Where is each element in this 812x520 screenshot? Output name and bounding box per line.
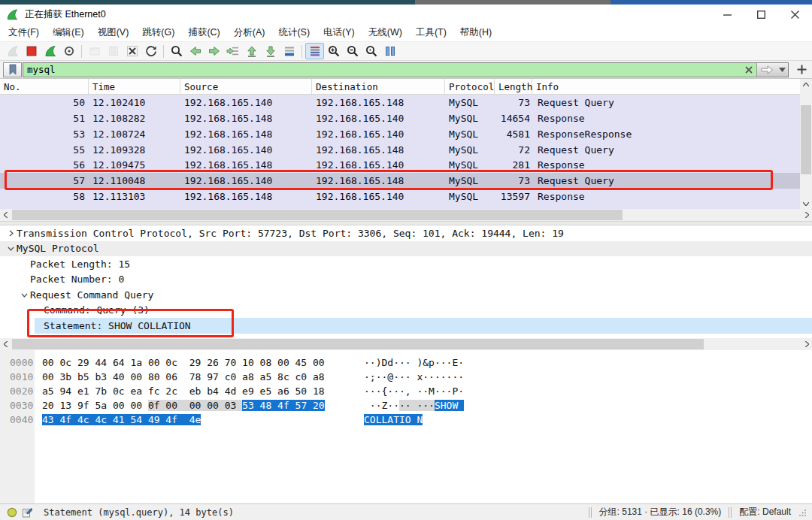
packet-row[interactable]: 5512.109328192.168.165.140192.168.165.14…	[0, 142, 800, 158]
packet-list-vertical-scrollbar[interactable]	[800, 79, 812, 209]
scroll-down-icon[interactable]	[800, 198, 812, 209]
menu-item[interactable]: 分析(A)	[227, 23, 272, 42]
horizontal-scroll-thumb[interactable]	[12, 210, 623, 220]
menu-item[interactable]: 工具(T)	[409, 23, 453, 42]
filter-dropdown-caret[interactable]	[777, 63, 788, 77]
hex-row[interactable]: 0020a5 94 e1 7b 0c ea fc 2c eb b4 4d e9 …	[0, 384, 812, 398]
expert-info-icon[interactable]	[5, 507, 20, 518]
detail-row[interactable]: Request Command Query	[0, 287, 812, 303]
zoom-original-button[interactable]	[362, 43, 380, 59]
vertical-scroll-thumb[interactable]	[801, 105, 811, 174]
detail-row[interactable]: Packet Number: 0	[0, 272, 812, 288]
expander-icon[interactable]	[5, 230, 17, 237]
go-last-button[interactable]	[261, 43, 280, 59]
hex-row[interactable]: 000000 0c 29 44 64 1a 00 0c 29 26 70 10 …	[0, 355, 812, 370]
hex-bytes[interactable]: a5 94 e1 7b 0c ea fc 2c eb b4 4d e9 e5 a…	[42, 385, 334, 397]
hex-ascii[interactable]: ·;··@··· x·······	[364, 371, 464, 382]
column-header-info[interactable]: Info	[532, 79, 800, 94]
colorize-button[interactable]	[305, 43, 324, 59]
hex-bytes[interactable]: 43 4f 4c 4c 41 54 49 4f 4e	[42, 414, 334, 425]
capture-comment-icon[interactable]	[20, 507, 35, 518]
packet-row[interactable]: 5812.113103192.168.165.148192.168.165.14…	[0, 189, 800, 204]
column-header-protocol[interactable]: Protocol	[445, 79, 495, 94]
go-back-button[interactable]	[186, 43, 205, 59]
packet-row[interactable]: 5112.108282192.168.165.148192.168.165.14…	[0, 110, 800, 126]
hex-ascii[interactable]: ··)Dd··· )&p···E·	[364, 357, 464, 368]
close-button[interactable]	[778, 5, 812, 24]
menu-item[interactable]: 帮助(H)	[453, 23, 498, 42]
restart-capture-button[interactable]	[41, 43, 59, 59]
hex-ascii[interactable]: ··Z···· ···SHOW	[364, 400, 464, 411]
filter-bookmark-button[interactable]	[3, 62, 22, 77]
resize-grip[interactable]	[797, 507, 807, 518]
menu-item[interactable]: 电话(Y)	[317, 23, 362, 42]
zoom-out-button[interactable]	[343, 43, 362, 59]
menu-item[interactable]: 跳转(G)	[135, 23, 181, 42]
hex-bytes[interactable]: 00 0c 29 44 64 1a 00 0c 29 26 70 10 08 0…	[42, 357, 334, 368]
column-header-no[interactable]: No.	[0, 79, 89, 94]
minimize-button[interactable]	[710, 5, 744, 24]
detail-row[interactable]: Command: Query (3)	[0, 303, 812, 319]
menu-item[interactable]: 捕获(C)	[181, 23, 226, 42]
column-header-time[interactable]: Time	[89, 79, 180, 94]
capture-options-button[interactable]	[59, 43, 78, 59]
details-horizontal-scrollbar[interactable]	[0, 338, 812, 350]
hex-row[interactable]: 004043 4f 4c 4c 41 54 49 4f 4eCOLLATIO N	[0, 413, 812, 427]
scroll-up-icon[interactable]	[800, 79, 812, 89]
find-packet-button[interactable]	[167, 43, 186, 59]
stop-capture-button[interactable]	[22, 43, 41, 59]
menu-item[interactable]: 文件(F)	[2, 23, 46, 42]
horizontal-scroll-thumb[interactable]	[12, 339, 704, 349]
maximize-button[interactable]	[744, 5, 778, 24]
go-to-packet-button[interactable]	[223, 43, 242, 59]
packet-list-horizontal-scrollbar[interactable]	[0, 209, 812, 221]
menu-item[interactable]: 编辑(E)	[46, 23, 91, 42]
scroll-left-icon[interactable]	[0, 338, 11, 350]
resize-columns-button[interactable]	[380, 43, 399, 59]
detail-row[interactable]: Transmission Control Protocol, Src Port:…	[0, 225, 812, 241]
menu-item[interactable]: 视图(V)	[91, 23, 136, 42]
hex-ascii[interactable]: COLLATIO N	[364, 414, 423, 425]
detail-row[interactable]: Statement: SHOW COLLATION	[0, 318, 812, 334]
packet-cell: 192.168.165.140	[180, 175, 312, 186]
detail-row[interactable]: Packet Length: 15	[0, 256, 812, 272]
close-file-button[interactable]	[123, 43, 141, 59]
expander-icon[interactable]	[18, 292, 30, 298]
packet-row[interactable]: 5712.110048192.168.165.140192.168.165.14…	[0, 173, 800, 189]
zoom-in-button[interactable]	[324, 43, 343, 59]
filter-apply-button[interactable]	[756, 63, 777, 77]
expander-icon[interactable]	[5, 245, 17, 252]
open-file-button[interactable]	[85, 43, 104, 59]
go-first-button[interactable]	[242, 43, 261, 59]
menu-item[interactable]: 统计(S)	[271, 23, 317, 42]
column-header-destination[interactable]: Destination	[312, 79, 445, 94]
hex-row[interactable]: 001000 3b b5 b3 40 00 80 06 78 97 c0 a8 …	[0, 370, 812, 384]
save-file-button[interactable]	[104, 43, 123, 59]
start-capture-button[interactable]	[3, 43, 22, 59]
filter-add-button[interactable]	[794, 62, 809, 77]
display-filter-input[interactable]: mysql	[23, 62, 789, 77]
scroll-right-icon[interactable]	[801, 209, 812, 221]
hex-dump-pane[interactable]: 000000 0c 29 44 64 1a 00 0c 29 26 70 10 …	[0, 350, 812, 503]
column-header-source[interactable]: Source	[180, 79, 312, 94]
filter-clear-icon[interactable]	[741, 63, 756, 77]
auto-scroll-button[interactable]	[280, 43, 298, 59]
hex-bytes[interactable]: 00 3b b5 b3 40 00 80 06 78 97 c0 a8 a5 8…	[42, 371, 334, 382]
hex-row[interactable]: 003020 13 9f 5a 00 00 0f 00 00 00 03 53 …	[0, 398, 812, 413]
detail-row[interactable]: MySQL Protocol	[0, 241, 812, 257]
go-forward-button[interactable]	[205, 43, 223, 59]
packet-cell: MySQL	[445, 144, 495, 156]
hex-ascii[interactable]: ···{···, ··M···P·	[364, 385, 464, 397]
hex-bytes[interactable]: 20 13 9f 5a 00 00 0f 00 00 00 03 53 48 4…	[42, 400, 334, 411]
go-back-icon	[189, 44, 202, 58]
column-header-length[interactable]: Length	[495, 79, 532, 94]
scroll-right-icon[interactable]	[801, 338, 812, 350]
packet-row[interactable]: 5312.108724192.168.165.148192.168.165.14…	[0, 126, 800, 142]
reload-file-button[interactable]	[141, 43, 160, 59]
profile-status[interactable]: 配置: Default	[739, 506, 791, 518]
packet-cell: 192.168.165.148	[180, 113, 312, 124]
scroll-left-icon[interactable]	[0, 209, 11, 221]
packet-row[interactable]: 5012.102410192.168.165.140192.168.165.14…	[0, 95, 800, 110]
menu-item[interactable]: 无线(W)	[362, 23, 409, 42]
packet-row[interactable]: 5612.109475192.168.165.148192.168.165.14…	[0, 157, 800, 173]
